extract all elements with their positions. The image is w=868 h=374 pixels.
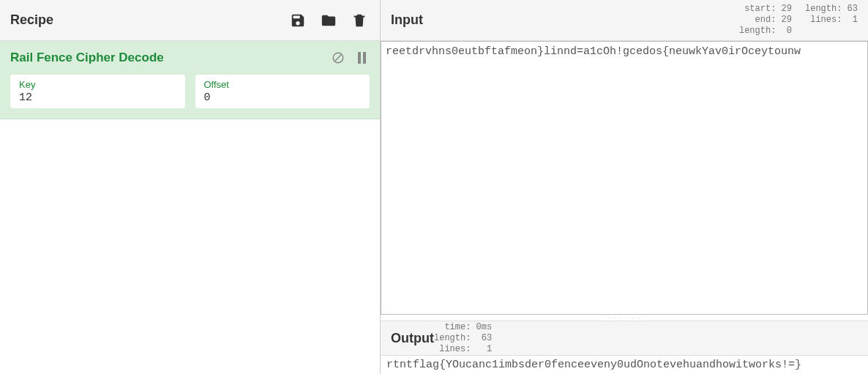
input-size-stats: length: 63 lines: 1 — [805, 4, 858, 37]
open-recipe-button[interactable] — [318, 10, 339, 31]
output-text[interactable]: rtntflag{YOucanc1imbsder0fenceeveny0udOn… — [381, 356, 868, 374]
pause-operation-button[interactable] — [353, 50, 370, 66]
operation-args: Key Offset — [10, 75, 370, 108]
clear-recipe-button[interactable] — [349, 10, 370, 31]
output-title: Output — [391, 331, 434, 346]
input-header: Input start: 29 end: 29length: 0 length:… — [381, 0, 868, 41]
stat-sel-length-label: length: — [739, 26, 787, 36]
io-pane: Input start: 29 end: 29length: 0 length:… — [381, 0, 868, 374]
input-stats: start: 29 end: 29length: 0 length: 63 li… — [739, 4, 858, 37]
stat-end-value: 29 — [782, 15, 792, 25]
recipe-pane: Recipe Rail Fence Cipher Decode Key — [0, 0, 381, 374]
arg-offset-input[interactable] — [204, 91, 362, 104]
stat-end-label: end: — [739, 15, 782, 25]
output-header: Output time: 0mslength: 63 lines: 1 — [381, 321, 868, 356]
recipe-header: Recipe — [0, 0, 380, 41]
input-textarea[interactable] — [381, 41, 868, 315]
stat-out-length-value: 63 — [482, 333, 492, 343]
stat-length-label: length: — [805, 4, 848, 14]
output-section: Output time: 0mslength: 63 lines: 1 rtnt… — [381, 321, 868, 374]
save-recipe-button[interactable] — [288, 10, 308, 31]
stat-sel-length-value: 0 — [787, 26, 792, 36]
stat-lines-label: lines: — [805, 15, 853, 25]
stat-time-value: 0ms — [476, 322, 493, 332]
stat-out-lines-value: 1 — [487, 344, 492, 354]
input-section: Input start: 29 end: 29length: 0 length:… — [381, 0, 868, 315]
stat-out-length-label: length: — [434, 333, 482, 343]
operation-title: Rail Fence Cipher Decode — [10, 51, 323, 65]
recipe-title: Recipe — [10, 12, 53, 28]
svg-line-1 — [335, 55, 342, 61]
input-selection-stats: start: 29 end: 29length: 0 — [739, 4, 792, 37]
arg-key-input[interactable] — [19, 91, 176, 104]
pane-drag-handle[interactable] — [381, 315, 868, 321]
stat-lines-value: 1 — [853, 15, 858, 25]
arg-key[interactable]: Key — [10, 75, 185, 108]
operation-title-row: Rail Fence Cipher Decode — [10, 50, 370, 66]
disable-operation-button[interactable] — [330, 50, 346, 66]
pause-icon — [358, 52, 366, 64]
stat-out-lines-label: lines: — [434, 344, 487, 354]
arg-offset[interactable]: Offset — [195, 75, 370, 108]
output-stats: time: 0mslength: 63 lines: 1 — [434, 322, 492, 355]
stat-length-value: 63 — [848, 4, 858, 14]
stat-time-label: time: — [434, 322, 476, 332]
stat-start-label: start: — [739, 4, 782, 14]
operation-rail-fence-decode[interactable]: Rail Fence Cipher Decode Key Offset — [0, 41, 380, 119]
input-title: Input — [391, 12, 423, 28]
stat-start-value: 29 — [782, 4, 792, 14]
arg-offset-label: Offset — [204, 79, 362, 90]
arg-key-label: Key — [19, 79, 176, 90]
